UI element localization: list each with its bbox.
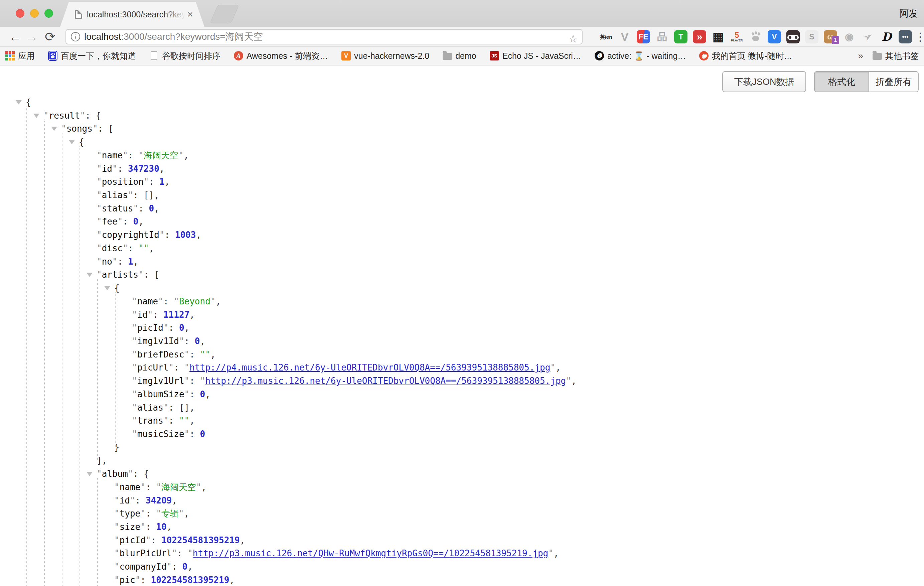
json-key: songs — [66, 124, 92, 134]
json-viewer: {"result": {"songs": [{"name": "海阔天空","i… — [0, 96, 924, 586]
collapse-arrow-icon[interactable] — [51, 127, 57, 131]
translate-icon[interactable]: 英/en — [597, 30, 615, 44]
bookmark-star-icon[interactable]: ☆ — [568, 32, 578, 45]
bookmark-label: Awesomes - 前端资… — [246, 50, 328, 61]
bookmark-item[interactable]: demo — [443, 51, 476, 61]
bookmarks-bar: 应用百度一下，你就知道谷歌按时间排序AAwesomes - 前端资…Vvue-h… — [0, 47, 924, 66]
json-key: name — [120, 482, 141, 492]
page-info-icon[interactable]: i — [71, 32, 80, 41]
json-line: "alias": [], — [0, 189, 924, 202]
other-bookmarks[interactable]: 其他书签 — [873, 50, 919, 61]
json-line: "position": 1, — [0, 175, 924, 189]
forward-button[interactable]: → — [25, 27, 38, 47]
tab-close-icon[interactable]: × — [187, 9, 193, 19]
qrcode-icon[interactable]: ▦ — [709, 30, 728, 44]
json-number-value: 102254581395219 — [151, 575, 229, 585]
json-key: status — [102, 203, 133, 213]
bookmark-label: 百度一下，你就知道 — [61, 50, 136, 61]
bookmark-item[interactable]: Vvue-hackernews-2.0 — [342, 51, 429, 61]
json-key: result — [49, 111, 80, 121]
zoom-window-button[interactable] — [45, 9, 53, 18]
vue-gray-icon[interactable]: V — [615, 30, 634, 44]
json-number-value: 0 — [149, 203, 154, 213]
json-line: { — [0, 135, 924, 149]
vue-orange-icon: V — [342, 51, 351, 61]
collapse-arrow-icon[interactable] — [86, 472, 92, 476]
bookmark-label: Echo JS - JavaScri… — [502, 51, 581, 61]
close-window-button[interactable] — [16, 9, 25, 18]
json-url-link[interactable]: http://p3.music.126.net/QHw-RuMwfQkmgtiy… — [193, 548, 548, 558]
json-line: "pic": 102254581395219, — [0, 574, 924, 586]
bookmark-item[interactable]: ◉我的首页 微博-随时… — [699, 50, 792, 61]
bookmark-item[interactable]: 应用 — [5, 50, 35, 61]
collapse-all-button[interactable]: 折叠所有 — [868, 72, 918, 92]
fastforward-icon[interactable]: » — [690, 30, 709, 44]
format-button[interactable]: 格式化 — [815, 72, 868, 92]
json-number-value: 10 — [156, 522, 167, 532]
profile-name[interactable]: 阿发 — [899, 7, 918, 20]
collapse-arrow-icon[interactable] — [86, 272, 92, 277]
html5-player-icon[interactable]: 5PLAYER — [728, 30, 746, 44]
extension-row: 英/enVFE品T»▦5PLAYERVSω1◉➢D••• — [597, 27, 915, 47]
page-icon — [149, 51, 159, 61]
sitemap-icon[interactable]: 品 — [653, 30, 672, 44]
back-button[interactable]: ← — [9, 27, 21, 47]
apps-grid-icon — [5, 51, 15, 61]
json-line: "fee": 0, — [0, 215, 924, 228]
monkey-icon[interactable]: ω1 — [821, 30, 840, 44]
bookmark-label: demo — [455, 51, 476, 61]
json-number-value: 0 — [200, 429, 205, 439]
json-number-value: 0 — [179, 323, 185, 333]
json-line: "id": 11127, — [0, 309, 924, 322]
bookmark-label: vue-hackernews-2.0 — [354, 51, 429, 61]
paw-icon[interactable] — [746, 30, 765, 44]
json-line: ], — [0, 454, 924, 467]
awesomes-icon: A — [234, 51, 243, 61]
json-line: "img1v1Url": "http://p3.music.126.net/6y… — [0, 375, 924, 388]
folder-icon — [443, 51, 452, 61]
json-url-link[interactable]: http://p3.music.126.net/6y-UleORITEDbvrO… — [205, 376, 566, 386]
reload-button[interactable]: ⟳ — [45, 27, 56, 47]
bird-icon[interactable]: ➢ — [858, 30, 877, 44]
collapse-arrow-icon[interactable] — [104, 286, 110, 291]
fehelper-icon[interactable]: FE — [634, 30, 653, 44]
bookmark-item[interactable]: 谷歌按时间排序 — [149, 50, 221, 61]
json-url-link[interactable]: http://p4.music.126.net/6y-UleORITEDbvrO… — [190, 363, 550, 373]
json-key: alias — [137, 403, 163, 413]
json-number-value: 0 — [195, 336, 200, 346]
weibo-gray-icon[interactable]: ◉ — [840, 30, 858, 44]
collapse-arrow-icon[interactable] — [33, 114, 40, 118]
bookmark-item[interactable]: AAwesomes - 前端资… — [234, 50, 328, 61]
json-line: "alias": [], — [0, 401, 924, 414]
s-icon[interactable]: S — [802, 30, 821, 44]
address-bar[interactable]: i localhost:3000/search?keywords=海阔天空 ☆ — [66, 29, 582, 45]
collapse-arrow-icon[interactable] — [69, 140, 75, 144]
download-json-button[interactable]: 下载JSON数据 — [722, 71, 806, 92]
bookmark-item[interactable]: JSEcho JS - JavaScri… — [490, 51, 581, 61]
mask-icon[interactable] — [784, 30, 802, 44]
minimize-window-button[interactable] — [30, 9, 39, 18]
download-circle-icon: ❶ — [595, 51, 604, 61]
bookmark-item[interactable]: 百度一下，你就知道 — [48, 50, 136, 61]
json-number-value: 102254581395219 — [161, 535, 240, 545]
json-key: id — [120, 495, 130, 505]
tampermonkey-shield-icon[interactable]: T — [672, 30, 690, 44]
browser-tab[interactable]: localhost:3000/search?keywor × — [60, 2, 205, 27]
url-text: localhost:3000/search?keywords=海阔天空 — [84, 30, 263, 43]
chrome-menu-icon[interactable]: ⋮ — [915, 27, 924, 47]
onepassword-icon[interactable]: ••• — [896, 30, 915, 44]
json-number-value: 0 — [200, 389, 205, 399]
page-favicon-icon — [75, 10, 82, 19]
json-key: type — [120, 508, 141, 518]
json-line: "size": 10, — [0, 520, 924, 534]
json-line: "picUrl": "http://p4.music.126.net/6y-Ul… — [0, 361, 924, 375]
new-tab-button[interactable] — [210, 5, 239, 23]
d-icon[interactable]: D — [877, 30, 896, 44]
json-line: "albumSize": 0, — [0, 388, 924, 401]
bookmarks-overflow-icon[interactable]: » — [858, 50, 863, 61]
collapse-arrow-icon[interactable] — [16, 100, 22, 104]
blue-v-icon[interactable]: V — [765, 30, 784, 44]
json-line: "id": 34209, — [0, 494, 924, 507]
json-line: "picId": 102254581395219, — [0, 534, 924, 547]
bookmark-item[interactable]: ❶active: ⌛ - waiting… — [595, 51, 686, 61]
